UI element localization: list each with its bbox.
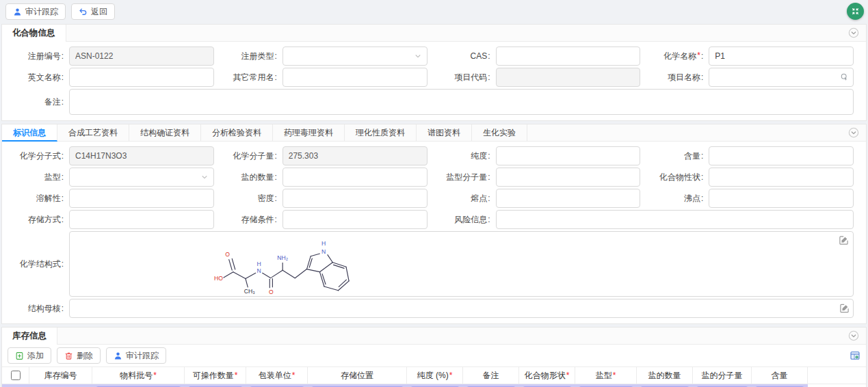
- picker-icon[interactable]: [840, 73, 849, 82]
- back-label: 返回: [91, 6, 107, 18]
- field-label: CAS: [434, 51, 496, 61]
- input-field[interactable]: [282, 68, 428, 87]
- input-field[interactable]: [69, 68, 214, 87]
- field-label: 化学结构式: [8, 258, 69, 270]
- field-label: 化学分子量: [221, 150, 282, 162]
- select-盐型[interactable]: [69, 168, 214, 187]
- collapse-section-icon[interactable]: [848, 127, 859, 138]
- required-mark: *: [292, 371, 295, 380]
- select-all-checkbox[interactable]: [11, 371, 21, 380]
- tab-item[interactable]: 谱图资料: [417, 124, 472, 141]
- field-label: 项目代码: [434, 72, 496, 83]
- tab-item[interactable]: 理化性质资料: [345, 124, 417, 141]
- field-label-text: 风险信息: [454, 215, 487, 224]
- form-field: 风险信息: [434, 210, 861, 229]
- tab-item[interactable]: 合成工艺资料: [57, 124, 129, 141]
- field-label: 沸点: [647, 193, 709, 204]
- tab-item[interactable]: 结构确证资料: [129, 124, 201, 141]
- chemical-structure-canvas[interactable]: HOOCH₃HNONH₂HN: [69, 231, 854, 297]
- input-field[interactable]: [282, 189, 428, 208]
- input-field[interactable]: [496, 189, 641, 208]
- audit-trail-label: 审计跟踪: [25, 6, 58, 18]
- column-settings-icon[interactable]: [850, 350, 860, 361]
- col-header-label: 存储位置: [341, 370, 373, 382]
- input-field[interactable]: [69, 189, 214, 208]
- collapse-all-fab[interactable]: [847, 3, 864, 20]
- input-field[interactable]: [282, 168, 428, 187]
- edit-structure-icon[interactable]: [839, 235, 849, 245]
- form-field: CAS: [434, 46, 648, 66]
- inventory-audit-button[interactable]: 审计跟踪: [106, 347, 166, 364]
- field-label: 注册类型: [221, 51, 282, 62]
- table-cell: [752, 384, 808, 387]
- form-row: 溶解性密度熔点沸点: [8, 189, 860, 208]
- add-row-button[interactable]: 添加: [8, 347, 51, 364]
- field-label-text: 备注: [44, 97, 61, 107]
- arrows-inward-icon: [850, 5, 861, 17]
- field-label: 化合物性状: [647, 172, 709, 183]
- form-field: 盐的数量: [221, 168, 434, 187]
- input-field[interactable]: [69, 210, 214, 229]
- collapse-section-icon[interactable]: [848, 330, 859, 341]
- form-field: 其它常用名: [221, 68, 434, 87]
- tabs-spacer: [527, 124, 848, 141]
- delete-row-button[interactable]: 删除: [57, 347, 101, 364]
- audit-trail-button[interactable]: 审计跟踪: [5, 3, 66, 20]
- textarea-field[interactable]: [69, 89, 854, 115]
- input-field[interactable]: [282, 210, 428, 229]
- field-label: 存储条件: [221, 214, 282, 226]
- compound-form: 注册编号注册类型CAS化学名称*英文名称其它常用名项目代码项目名称备注: [2, 42, 866, 120]
- col-header-label: 包装单位: [259, 370, 291, 382]
- input-field[interactable]: [496, 146, 641, 165]
- atom-nh2: NH₂: [277, 254, 288, 261]
- col-header-label: 库存编号: [44, 370, 77, 382]
- inventory-panel-header: 库存信息: [2, 328, 866, 345]
- back-button[interactable]: 返回: [71, 3, 115, 20]
- atom-ho: HO: [214, 275, 223, 282]
- input-field[interactable]: [496, 210, 854, 229]
- field-label-text: 存储条件: [241, 215, 274, 224]
- form-field: 含量: [647, 146, 860, 165]
- table-cell: [407, 384, 463, 387]
- field-control: [496, 168, 641, 187]
- field-label-text: 化合物性状: [659, 172, 700, 182]
- table-col-header: 备注: [463, 366, 519, 384]
- table-col-header: 物料批号*: [92, 366, 185, 384]
- field-control: [709, 146, 854, 165]
- field-label-text: 项目代码: [454, 72, 487, 82]
- input-field[interactable]: [496, 168, 641, 187]
- edit-core-icon[interactable]: [839, 304, 850, 314]
- input-field[interactable]: [709, 146, 854, 165]
- input-field[interactable]: [709, 168, 854, 187]
- field-label-text: 注册编号: [28, 51, 61, 61]
- tab-item[interactable]: 生化实验: [472, 124, 527, 141]
- compound-info-panel: 化合物信息 注册编号注册类型CAS化学名称*英文名称其它常用名项目代码项目名称备…: [1, 24, 867, 121]
- header-checkbox-cell: [2, 366, 29, 384]
- tab-active[interactable]: 标识信息: [2, 124, 57, 142]
- form-field: 备注: [8, 89, 860, 115]
- form-field: 溶解性: [8, 189, 221, 208]
- table-col-header: 纯度 (%)*: [407, 366, 463, 384]
- chevron-down-icon: [415, 53, 421, 59]
- input-field[interactable]: [709, 68, 854, 87]
- row-filler-cell: [808, 384, 866, 387]
- select-注册类型[interactable]: [282, 46, 428, 66]
- col-header-label: 含量: [772, 370, 788, 382]
- field-label-text: 结构母核: [28, 304, 61, 313]
- form-field: 项目名称: [647, 68, 860, 87]
- field-label: 密度: [221, 193, 282, 204]
- input-field[interactable]: [496, 46, 641, 66]
- input-field[interactable]: [709, 189, 854, 208]
- field-label: 溶解性: [8, 193, 69, 204]
- field-control: [709, 189, 854, 208]
- inventory-table: 库存编号物料批号*可操作数量*包装单位*存储位置纯度 (%)*备注化合物形状*盐…: [2, 366, 866, 387]
- tab-item[interactable]: 分析检验资料: [201, 124, 273, 141]
- field-control: [496, 210, 854, 229]
- tab-item[interactable]: 药理毒理资料: [273, 124, 345, 141]
- collapse-section-icon[interactable]: [848, 27, 859, 38]
- input-field[interactable]: [709, 46, 854, 66]
- field-label: 存储方式: [8, 214, 69, 226]
- add-document-icon: [15, 351, 24, 360]
- core-input[interactable]: [69, 299, 854, 318]
- field-label-text: 沸点: [684, 194, 700, 203]
